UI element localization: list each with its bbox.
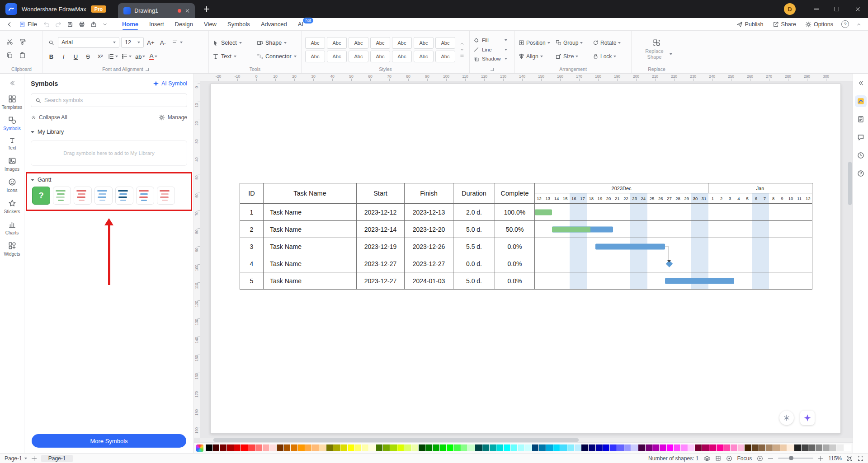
align-button[interactable]: Align bbox=[519, 50, 554, 63]
color-swatch[interactable] bbox=[844, 444, 851, 451]
style-preset[interactable]: Abc bbox=[370, 51, 390, 62]
bold-button[interactable]: B bbox=[46, 51, 57, 62]
text-align-button[interactable] bbox=[170, 37, 184, 48]
color-swatch[interactable] bbox=[681, 444, 688, 451]
line-spacing-button[interactable] bbox=[107, 51, 119, 62]
color-swatch[interactable] bbox=[794, 444, 801, 451]
color-swatch[interactable] bbox=[496, 444, 503, 451]
style-more-icon[interactable] bbox=[460, 53, 464, 58]
redo-icon[interactable] bbox=[52, 21, 64, 28]
style-preset[interactable]: Abc bbox=[349, 51, 368, 62]
style-preset[interactable]: Abc bbox=[392, 37, 412, 49]
color-swatch[interactable] bbox=[539, 444, 546, 451]
style-scroll-down-icon[interactable] bbox=[460, 47, 464, 52]
lock-button[interactable]: Lock bbox=[593, 50, 628, 63]
color-swatch[interactable] bbox=[695, 444, 702, 451]
color-swatch[interactable] bbox=[773, 444, 780, 451]
color-swatch[interactable] bbox=[511, 444, 518, 451]
format-panel-button[interactable] bbox=[855, 95, 867, 107]
italic-button[interactable]: I bbox=[58, 51, 69, 62]
color-swatch[interactable] bbox=[447, 444, 453, 451]
color-swatch[interactable] bbox=[589, 444, 595, 451]
sidebar-item-images[interactable]: Images bbox=[0, 154, 24, 175]
color-swatch[interactable] bbox=[362, 444, 368, 451]
format-painter-button[interactable] bbox=[17, 37, 27, 47]
cut-button[interactable] bbox=[5, 37, 14, 47]
more-actions-icon[interactable] bbox=[99, 22, 110, 27]
color-swatch[interactable] bbox=[709, 444, 716, 451]
save-icon[interactable] bbox=[64, 21, 76, 28]
style-preset[interactable]: Abc bbox=[327, 37, 347, 49]
gantt-green-symbol[interactable] bbox=[53, 187, 71, 205]
scrollbar-thumb[interactable] bbox=[213, 438, 579, 442]
collapse-ribbon-icon[interactable] bbox=[854, 22, 864, 27]
color-swatch[interactable] bbox=[376, 444, 383, 451]
color-swatch[interactable] bbox=[646, 444, 652, 451]
minimize-button[interactable] bbox=[806, 0, 826, 18]
share-button[interactable]: Share bbox=[769, 21, 800, 28]
color-swatch[interactable] bbox=[688, 444, 695, 451]
color-swatch[interactable] bbox=[738, 444, 745, 451]
menu-tab-view[interactable]: View bbox=[198, 18, 222, 30]
focus-button[interactable] bbox=[726, 455, 732, 462]
color-swatch[interactable] bbox=[667, 444, 674, 451]
comment-panel-button[interactable] bbox=[855, 131, 867, 143]
color-swatch[interactable] bbox=[567, 444, 574, 451]
add-page-button[interactable] bbox=[32, 456, 37, 461]
zoom-out-button[interactable] bbox=[768, 458, 773, 459]
sidebar-item-stickers[interactable]: Stickers bbox=[0, 196, 24, 217]
palette-more-icon[interactable] bbox=[196, 444, 203, 452]
color-swatch[interactable] bbox=[468, 444, 475, 451]
superscript-button[interactable]: X² bbox=[95, 51, 105, 62]
search-input[interactable] bbox=[44, 97, 183, 103]
style-preset[interactable]: Abc bbox=[370, 37, 390, 49]
shape-tool-button[interactable]: Shape bbox=[257, 36, 297, 50]
color-swatch[interactable] bbox=[234, 444, 241, 451]
color-swatch[interactable] bbox=[291, 444, 297, 451]
menu-tab-ai[interactable]: AIhot bbox=[292, 18, 309, 30]
color-swatch[interactable] bbox=[369, 444, 376, 451]
gantt-chart[interactable]: IDTask NameStartFinishDurationComplete20… bbox=[240, 183, 813, 290]
color-swatch[interactable] bbox=[830, 444, 837, 451]
canvas-viewport[interactable]: IDTask NameStartFinishDurationComplete20… bbox=[200, 81, 853, 438]
my-library-section-header[interactable]: My Library bbox=[24, 122, 193, 138]
user-avatar[interactable]: D bbox=[784, 3, 796, 15]
color-swatch[interactable] bbox=[745, 444, 751, 451]
ai-assistant-button[interactable] bbox=[800, 411, 815, 425]
collapse-all-button[interactable]: Collapse All bbox=[31, 114, 67, 121]
connector-tool-button[interactable]: Connector bbox=[257, 50, 297, 63]
publish-button[interactable]: Publish bbox=[733, 21, 767, 28]
vertical-scrollbar[interactable] bbox=[848, 162, 852, 205]
bullet-list-button[interactable] bbox=[121, 51, 132, 62]
color-swatch[interactable] bbox=[638, 444, 645, 451]
print-icon[interactable] bbox=[76, 21, 88, 28]
color-swatch[interactable] bbox=[461, 444, 468, 451]
fit-page-icon[interactable] bbox=[847, 455, 853, 461]
color-swatch[interactable] bbox=[390, 444, 397, 451]
maximize-button[interactable] bbox=[826, 0, 847, 18]
color-swatch[interactable] bbox=[752, 444, 759, 451]
color-swatch[interactable] bbox=[660, 444, 666, 451]
snowflake-widget-button[interactable] bbox=[779, 411, 794, 425]
collapse-right-panel-icon[interactable] bbox=[855, 77, 867, 89]
sidebar-item-icons[interactable]: Icons bbox=[0, 175, 24, 196]
layers-icon[interactable] bbox=[704, 455, 710, 462]
color-swatch[interactable] bbox=[674, 444, 680, 451]
color-swatch[interactable] bbox=[425, 444, 432, 451]
style-preset[interactable]: Abc bbox=[392, 51, 412, 62]
strike-button[interactable]: S bbox=[83, 51, 93, 62]
color-swatch[interactable] bbox=[404, 444, 411, 451]
shadow-option[interactable]: Shadow bbox=[473, 56, 511, 62]
library-drop-zone[interactable]: Drag symbols here to add to My Library bbox=[31, 140, 187, 166]
color-swatch[interactable] bbox=[263, 444, 269, 451]
color-swatch[interactable] bbox=[617, 444, 624, 451]
color-swatch[interactable] bbox=[319, 444, 326, 451]
color-swatch[interactable] bbox=[269, 444, 276, 451]
gantt-mixed-symbol[interactable] bbox=[136, 187, 154, 205]
style-preset[interactable]: Abc bbox=[305, 37, 325, 49]
gantt-lightred-symbol[interactable] bbox=[157, 187, 175, 205]
color-swatch[interactable] bbox=[780, 444, 787, 451]
color-swatch[interactable] bbox=[255, 444, 262, 451]
file-menu[interactable]: File bbox=[15, 21, 41, 28]
color-swatch[interactable] bbox=[454, 444, 461, 451]
